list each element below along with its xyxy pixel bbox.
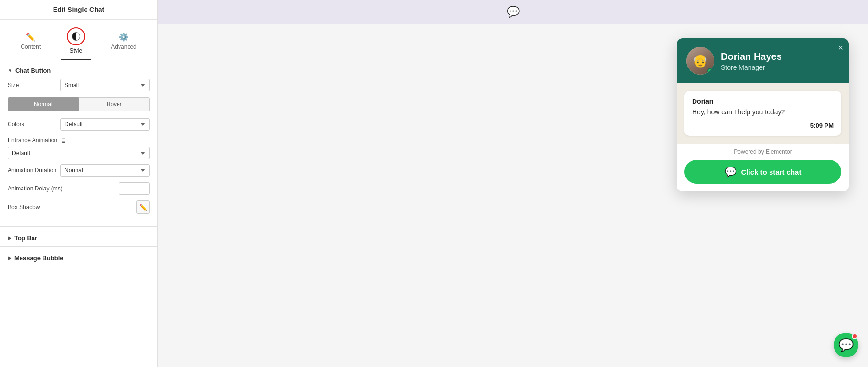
chat-button-section-header[interactable]: ▼ Chat Button bbox=[0, 60, 157, 79]
animation-delay-input[interactable] bbox=[119, 182, 150, 195]
message-time: 5:09 PM bbox=[692, 122, 834, 129]
animation-duration-label: Animation Duration bbox=[8, 167, 60, 174]
monitor-icon: 🖥 bbox=[60, 136, 67, 144]
tabs-row: ✏️ Content Style ⚙️ Advanced bbox=[0, 20, 157, 60]
top-bar-label: Top Bar bbox=[14, 234, 37, 242]
tab-advanced[interactable]: ⚙️ Advanced bbox=[105, 30, 142, 55]
colors-label: Colors bbox=[8, 121, 60, 128]
top-bar-divider: ▶ Top Bar bbox=[0, 226, 157, 246]
chat-widget-container: 👴 Dorian Hayes Store Manager × Dorian He… bbox=[677, 38, 849, 191]
chat-button-section-body: Size Small Medium Large Normal Hover Col… bbox=[0, 79, 157, 226]
toggle-hover-btn[interactable]: Hover bbox=[79, 97, 150, 111]
chat-header-info: Dorian Hayes Store Manager bbox=[721, 51, 839, 71]
powered-by: Powered by Elementor bbox=[684, 148, 841, 155]
chat-footer: Powered by Elementor 💬 Click to start ch… bbox=[677, 144, 849, 191]
tab-content[interactable]: ✏️ Content bbox=[15, 30, 46, 55]
top-bar-preview: 💬 bbox=[158, 0, 868, 24]
message-bubble-divider: ▶ Message Bubble bbox=[0, 246, 157, 267]
message-bubble-section-header[interactable]: ▶ Message Bubble bbox=[0, 248, 157, 267]
tab-style[interactable]: Style bbox=[61, 24, 91, 60]
size-row: Size Small Medium Large bbox=[8, 79, 150, 91]
message-text: Hey, how can I help you today? bbox=[692, 107, 834, 117]
fab-whatsapp-icon: 💬 bbox=[838, 338, 854, 353]
main-area: 💬 👴 Dorian Hayes Store Manager × bbox=[158, 0, 868, 367]
half-circle-icon bbox=[72, 32, 80, 41]
box-shadow-row: Box Shadow ✏️ bbox=[8, 200, 150, 214]
top-bar-section-header[interactable]: ▶ Top Bar bbox=[0, 228, 157, 246]
box-shadow-label: Box Shadow bbox=[8, 204, 60, 211]
top-bar-arrow: ▶ bbox=[8, 235, 11, 241]
style-circle bbox=[67, 27, 85, 45]
normal-hover-toggle: Normal Hover bbox=[8, 97, 150, 111]
left-panel: Edit Single Chat ✏️ Content Style ⚙️ Adv… bbox=[0, 0, 158, 367]
message-sender: Dorian bbox=[692, 98, 834, 105]
chat-body: Dorian Hey, how can I help you today? 5:… bbox=[677, 83, 849, 144]
message-bubble-label: Message Bubble bbox=[14, 255, 64, 262]
start-chat-label: Click to start chat bbox=[741, 168, 802, 176]
message-bubble-arrow: ▶ bbox=[8, 256, 11, 261]
chat-popup: 👴 Dorian Hayes Store Manager × Dorian He… bbox=[677, 38, 849, 191]
canvas-area: 👴 Dorian Hayes Store Manager × Dorian He… bbox=[158, 24, 868, 367]
online-indicator bbox=[707, 68, 713, 74]
agent-role: Store Manager bbox=[721, 64, 839, 71]
animation-duration-select[interactable]: Normal Slow Fast bbox=[60, 164, 150, 177]
colors-row: Colors Default Custom bbox=[8, 118, 150, 131]
chat-bubble-icon: 💬 bbox=[507, 6, 520, 18]
start-chat-button[interactable]: 💬 Click to start chat bbox=[684, 160, 841, 184]
fab-badge bbox=[852, 334, 857, 339]
chat-header: 👴 Dorian Hayes Store Manager × bbox=[677, 38, 849, 83]
toggle-normal-btn[interactable]: Normal bbox=[8, 97, 79, 111]
fab-whatsapp-button[interactable]: 💬 bbox=[834, 333, 858, 357]
entrance-animation-select[interactable]: Default Fade Slide bbox=[8, 147, 150, 159]
animation-duration-row: Animation Duration Normal Slow Fast bbox=[8, 164, 150, 177]
box-shadow-edit-btn[interactable]: ✏️ bbox=[136, 200, 150, 214]
animation-delay-row: Animation Delay (ms) bbox=[8, 182, 150, 195]
animation-delay-label: Animation Delay (ms) bbox=[8, 185, 63, 192]
chat-button-label: Chat Button bbox=[15, 67, 51, 74]
content-icon: ✏️ bbox=[26, 33, 35, 42]
close-icon[interactable]: × bbox=[838, 43, 843, 53]
agent-name: Dorian Hayes bbox=[721, 51, 839, 62]
size-label: Size bbox=[8, 82, 60, 89]
avatar: 👴 bbox=[686, 47, 714, 75]
panel-title: Edit Single Chat bbox=[0, 0, 157, 20]
entrance-animation-row: Entrance Animation 🖥 Default Fade Slide bbox=[8, 136, 150, 159]
size-select[interactable]: Small Medium Large bbox=[60, 79, 150, 91]
whatsapp-icon: 💬 bbox=[725, 166, 737, 178]
section-collapse-arrow: ▼ bbox=[8, 68, 12, 73]
advanced-icon: ⚙️ bbox=[119, 33, 129, 42]
entrance-animation-label: Entrance Animation 🖥 bbox=[8, 136, 150, 144]
message-bubble: Dorian Hey, how can I help you today? 5:… bbox=[684, 91, 841, 136]
colors-select[interactable]: Default Custom bbox=[60, 118, 150, 131]
